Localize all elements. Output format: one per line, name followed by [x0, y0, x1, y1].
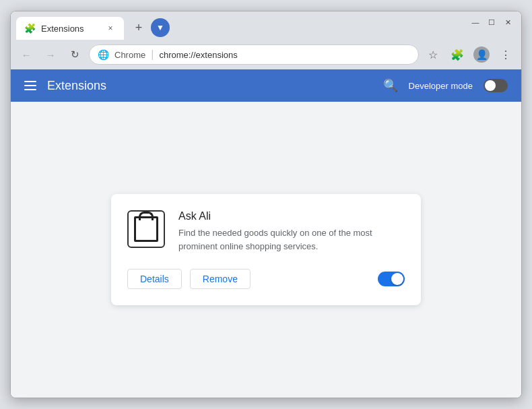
- extension-description: Find the needed goods quickly on one of …: [178, 226, 405, 253]
- tab-label: Extensions: [41, 24, 84, 34]
- tab-dropdown-button[interactable]: ▼: [151, 18, 170, 37]
- extension-card: Ask Ali Find the needed goods quickly on…: [111, 194, 421, 305]
- forward-button[interactable]: →: [40, 44, 61, 65]
- address-url: chrome://extensions: [159, 50, 237, 60]
- search-icon[interactable]: 🔍: [383, 78, 398, 93]
- toggle-knob: [485, 80, 496, 91]
- hamburger-menu-button[interactable]: [24, 81, 36, 90]
- maximize-button[interactable]: ☐: [486, 17, 497, 28]
- title-bar: 🧩 Extensions × + ▼ — ☐ ✕: [11, 11, 521, 40]
- address-divider: |: [151, 49, 154, 61]
- header-right-controls: 🔍 Developer mode: [383, 78, 508, 93]
- extensions-page-title: Extensions: [47, 79, 106, 93]
- browser-window: 🧩 Extensions × + ▼ — ☐ ✕ ← → ↻ 🌐 Chrome …: [10, 11, 522, 398]
- new-tab-button[interactable]: +: [129, 18, 148, 37]
- minimize-button[interactable]: —: [470, 17, 481, 28]
- shopping-bag-icon: [134, 216, 158, 242]
- remove-button[interactable]: Remove: [190, 269, 251, 289]
- extensions-header: Extensions 🔍 Developer mode: [11, 69, 521, 102]
- extensions-button[interactable]: 🧩: [447, 44, 467, 65]
- address-chrome-label: Chrome: [114, 50, 145, 60]
- extension-name: Ask Ali: [178, 210, 405, 222]
- profile-avatar: 👤: [473, 46, 490, 63]
- dev-mode-label: Developer mode: [409, 81, 473, 91]
- developer-mode-toggle[interactable]: [484, 79, 508, 92]
- extension-toggle-knob: [391, 273, 403, 285]
- address-bar[interactable]: 🌐 Chrome | chrome://extensions: [89, 44, 419, 65]
- address-globe-icon: 🌐: [98, 49, 109, 60]
- chrome-menu-button[interactable]: ⋮: [496, 44, 516, 65]
- extension-card-bottom: Details Remove: [127, 269, 405, 289]
- extension-icon-box: [127, 210, 165, 248]
- extension-enable-toggle[interactable]: [378, 272, 405, 286]
- window-controls: — ☐ ✕: [470, 17, 513, 28]
- nav-bar: ← → ↻ 🌐 Chrome | chrome://extensions ☆ 🧩…: [11, 40, 521, 69]
- active-tab[interactable]: 🧩 Extensions ×: [16, 17, 124, 40]
- back-button[interactable]: ←: [16, 44, 36, 65]
- extension-card-top: Ask Ali Find the needed goods quickly on…: [127, 210, 405, 253]
- bookmark-button[interactable]: ☆: [423, 44, 443, 65]
- details-button[interactable]: Details: [127, 269, 182, 289]
- main-content: risk.com Ask Ali Find the needed goods q…: [11, 102, 521, 398]
- close-button[interactable]: ✕: [502, 17, 513, 28]
- tab-close-btn[interactable]: ×: [105, 23, 116, 34]
- profile-button[interactable]: 👤: [471, 44, 492, 65]
- reload-button[interactable]: ↻: [65, 44, 85, 65]
- tab-dropdown-arrow-icon: ▼: [156, 23, 164, 32]
- extension-info: Ask Ali Find the needed goods quickly on…: [178, 210, 405, 253]
- tab-extension-icon: 🧩: [24, 23, 36, 34]
